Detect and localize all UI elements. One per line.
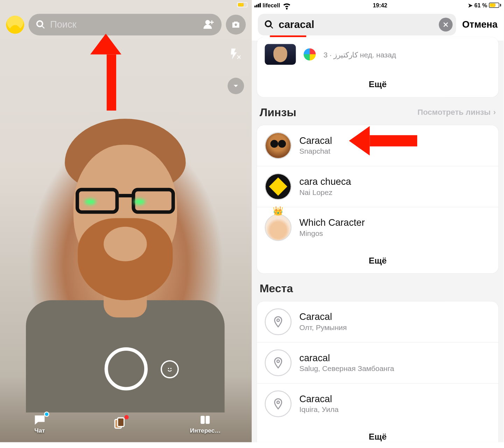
discover-icon (198, 414, 212, 426)
place-pin-icon (265, 349, 292, 376)
place-title: caracal (299, 352, 394, 364)
nav-memories[interactable] (111, 416, 128, 430)
carrier-label: lifecell (262, 2, 280, 9)
place-title: Caracal (299, 311, 347, 323)
lens-title: Caracal (299, 135, 332, 147)
svg-point-7 (277, 319, 279, 321)
status-bar: lifecell 19:42 ➤ 61 % ⚡ (252, 0, 503, 9)
lens-subtitle: Snapchat (299, 147, 332, 156)
lens-title: Which Caracter (299, 217, 365, 229)
nav-discover-label: Интерес… (190, 427, 221, 434)
search-icon (264, 20, 274, 30)
place-row[interactable]: Caracal Олт, Румыния (257, 301, 498, 342)
lens-carousel-button[interactable] (160, 360, 178, 378)
annotation-arrow-left (349, 126, 417, 155)
place-subtitle: Iquira, Уила (299, 406, 338, 414)
svg-point-2 (170, 368, 171, 369)
svg-text:✕: ✕ (236, 54, 240, 61)
place-row[interactable]: Caracal Iquira, Уила (257, 384, 498, 424)
more-button[interactable]: Ещё (257, 72, 498, 97)
search-screen: lifecell 19:42 ➤ 61 % ⚡ Отмена (252, 0, 503, 442)
lens-avatar (265, 173, 292, 200)
nav-chat-label: Чат (34, 427, 45, 434)
result-thumbnail (265, 44, 296, 65)
place-row[interactable]: caracal Salug, Северная Замбоанга (257, 343, 498, 383)
top-result-card: كاركتيرز · 3 нед. назад Ещё (257, 37, 498, 97)
chevron-right-icon: › (493, 108, 496, 117)
crown-icon: 👑 (273, 205, 284, 216)
annotation-arrow-up (101, 34, 121, 111)
nav-discover[interactable]: Интерес… (190, 412, 221, 434)
svg-point-1 (168, 368, 169, 369)
flip-camera-button[interactable] (226, 15, 246, 35)
add-friend-icon[interactable] (203, 19, 215, 30)
svg-point-9 (277, 401, 279, 404)
bottom-nav: Чат Интерес… (0, 404, 252, 442)
result-subtitle: كاركتيرز · 3 нед. назад (323, 50, 396, 59)
shutter-button[interactable] (104, 347, 147, 390)
more-button[interactable]: Ещё (257, 424, 498, 442)
lens-avatar: 👑 (265, 214, 292, 241)
section-header-places: Места (257, 279, 498, 295)
flip-camera-icon (231, 20, 241, 30)
lens-subtitle: Nai Lopez (299, 188, 351, 197)
search-bar[interactable]: Поиск (28, 14, 222, 35)
cancel-button[interactable]: Отмена (462, 19, 497, 30)
clear-search-button[interactable] (439, 18, 453, 31)
memories-icon (113, 417, 126, 430)
battery-icon: ⚡ (489, 2, 501, 8)
place-pin-icon (265, 391, 292, 418)
more-button[interactable]: Ещё (257, 248, 498, 273)
place-subtitle: Salug, Северная Замбоанга (299, 365, 394, 373)
search-field[interactable] (258, 14, 456, 35)
lens-subtitle: Mingos (299, 229, 365, 238)
places-card: Caracal Олт, Румыния caracal Salug, Севе… (257, 301, 498, 442)
place-title: Caracal (299, 393, 338, 405)
result-row[interactable]: كاركتيرز · 3 нед. назад (257, 37, 498, 72)
place-subtitle: Олт, Румыния (299, 323, 347, 332)
close-icon (442, 21, 449, 28)
expand-toolbar-button[interactable] (227, 78, 244, 94)
section-title: Линзы (260, 106, 296, 119)
search-icon (35, 20, 46, 30)
lens-row[interactable]: 👑 Which Caracter Mingos (257, 207, 498, 248)
see-all-lenses[interactable]: Посмотреть линзы › (418, 108, 496, 117)
smiley-icon (165, 364, 174, 374)
lens-row[interactable]: cara chueca Nai Lopez (257, 166, 498, 207)
svg-rect-6 (206, 416, 210, 424)
notification-dot-icon (124, 415, 128, 419)
wifi-icon (282, 0, 292, 10)
notification-dot-icon (44, 412, 49, 417)
nav-chat[interactable]: Чат (31, 412, 48, 434)
section-title: Места (260, 282, 293, 295)
camera-screen: ◂ Telegram 19:42 ➤ 61 % ⚡ Поиск (0, 0, 252, 442)
svg-rect-5 (201, 416, 205, 424)
section-header-lenses: Линзы Посмотреть линзы › (257, 103, 498, 119)
search-input[interactable] (279, 19, 435, 31)
profile-avatar[interactable] (6, 15, 24, 34)
lens-title: cara chueca (299, 176, 351, 188)
search-placeholder: Поиск (50, 19, 199, 30)
location-icon: ➤ (468, 2, 473, 9)
svg-point-8 (277, 360, 279, 363)
svg-rect-4 (118, 418, 124, 427)
chevron-down-icon (231, 82, 240, 90)
flash-off-icon[interactable]: ✕ (227, 48, 240, 61)
creator-badge-icon (304, 48, 316, 61)
signal-icon (254, 3, 261, 7)
battery-percent: 61 % (474, 2, 487, 9)
lens-avatar (265, 132, 292, 159)
status-time: 19:42 (373, 2, 387, 9)
place-pin-icon (265, 308, 292, 335)
